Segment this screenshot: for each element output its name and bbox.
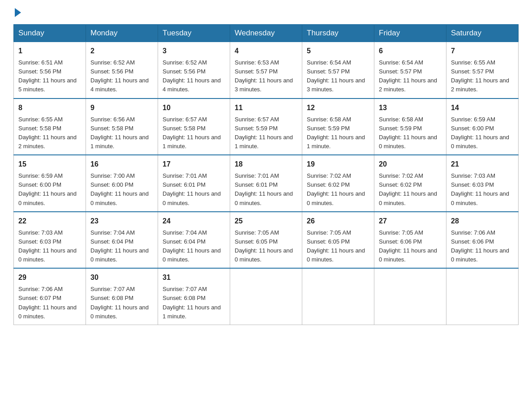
day-info: Sunrise: 7:01 AMSunset: 6:01 PMDaylight:… — [235, 171, 297, 208]
day-info: Sunrise: 6:58 AMSunset: 5:59 PMDaylight:… — [379, 115, 442, 151]
day-info: Sunrise: 7:04 AMSunset: 6:04 PMDaylight:… — [163, 228, 225, 265]
calendar-day-cell — [302, 268, 374, 325]
calendar-day-cell — [230, 268, 302, 325]
day-number: 19 — [307, 159, 369, 170]
calendar-day-cell: 30Sunrise: 7:07 AMSunset: 6:08 PMDayligh… — [86, 268, 158, 325]
day-info: Sunrise: 6:54 AMSunset: 5:57 PMDaylight:… — [307, 58, 369, 94]
calendar-day-cell: 15Sunrise: 6:59 AMSunset: 6:00 PMDayligh… — [14, 155, 86, 212]
calendar-day-cell: 11Sunrise: 6:57 AMSunset: 5:59 PMDayligh… — [230, 98, 302, 155]
day-number: 23 — [90, 216, 153, 227]
calendar-day-cell: 9Sunrise: 6:56 AMSunset: 5:58 PMDaylight… — [86, 98, 158, 155]
day-info: Sunrise: 6:55 AMSunset: 5:57 PMDaylight:… — [451, 58, 514, 94]
day-info: Sunrise: 7:06 AMSunset: 6:07 PMDaylight:… — [18, 285, 81, 321]
day-info: Sunrise: 6:52 AMSunset: 5:56 PMDaylight:… — [163, 58, 225, 94]
day-info: Sunrise: 6:57 AMSunset: 5:59 PMDaylight:… — [235, 115, 297, 151]
day-info: Sunrise: 7:01 AMSunset: 6:01 PMDaylight:… — [163, 171, 225, 208]
calendar-day-cell: 17Sunrise: 7:01 AMSunset: 6:01 PMDayligh… — [158, 155, 230, 212]
day-number: 24 — [163, 216, 225, 227]
calendar-day-cell: 25Sunrise: 7:05 AMSunset: 6:05 PMDayligh… — [230, 212, 302, 269]
calendar-day-cell: 6Sunrise: 6:54 AMSunset: 5:57 PMDaylight… — [374, 42, 446, 98]
logo-arrow-icon — [15, 8, 21, 17]
day-of-week-header: Friday — [374, 25, 446, 42]
day-number: 20 — [379, 159, 442, 170]
calendar-day-cell: 4Sunrise: 6:53 AMSunset: 5:57 PMDaylight… — [230, 42, 302, 98]
day-number: 16 — [90, 159, 153, 170]
calendar-day-cell: 16Sunrise: 7:00 AMSunset: 6:00 PMDayligh… — [86, 155, 158, 212]
calendar-day-cell: 19Sunrise: 7:02 AMSunset: 6:02 PMDayligh… — [302, 155, 374, 212]
day-info: Sunrise: 6:59 AMSunset: 6:00 PMDaylight:… — [451, 115, 514, 151]
day-info: Sunrise: 6:57 AMSunset: 5:58 PMDaylight:… — [163, 115, 225, 151]
calendar-day-cell: 18Sunrise: 7:01 AMSunset: 6:01 PMDayligh… — [230, 155, 302, 212]
day-number: 6 — [379, 46, 442, 56]
day-info: Sunrise: 7:06 AMSunset: 6:06 PMDaylight:… — [451, 228, 514, 265]
day-info: Sunrise: 6:51 AMSunset: 5:56 PMDaylight:… — [18, 58, 81, 94]
day-number: 21 — [451, 159, 514, 170]
day-number: 25 — [235, 216, 297, 227]
calendar-day-cell: 14Sunrise: 6:59 AMSunset: 6:00 PMDayligh… — [446, 98, 519, 155]
day-info: Sunrise: 7:00 AMSunset: 6:00 PMDaylight:… — [90, 171, 153, 208]
day-info: Sunrise: 7:02 AMSunset: 6:02 PMDaylight:… — [379, 171, 442, 208]
day-info: Sunrise: 6:56 AMSunset: 5:58 PMDaylight:… — [90, 115, 153, 151]
day-info: Sunrise: 7:02 AMSunset: 6:02 PMDaylight:… — [307, 171, 369, 208]
logo — [13, 9, 21, 15]
day-number: 13 — [379, 103, 442, 113]
day-info: Sunrise: 7:03 AMSunset: 6:03 PMDaylight:… — [18, 228, 81, 265]
day-number: 30 — [90, 272, 153, 283]
day-number: 31 — [163, 272, 225, 283]
day-info: Sunrise: 7:05 AMSunset: 6:05 PMDaylight:… — [235, 228, 297, 265]
calendar-day-cell: 10Sunrise: 6:57 AMSunset: 5:58 PMDayligh… — [158, 98, 230, 155]
calendar-week-row: 29Sunrise: 7:06 AMSunset: 6:07 PMDayligh… — [14, 268, 519, 325]
day-number: 14 — [451, 103, 514, 113]
day-number: 10 — [163, 103, 225, 113]
day-info: Sunrise: 7:05 AMSunset: 6:05 PMDaylight:… — [307, 228, 369, 265]
calendar-day-cell: 26Sunrise: 7:05 AMSunset: 6:05 PMDayligh… — [302, 212, 374, 269]
calendar-day-cell: 12Sunrise: 6:58 AMSunset: 5:59 PMDayligh… — [302, 98, 374, 155]
calendar-day-cell: 20Sunrise: 7:02 AMSunset: 6:02 PMDayligh… — [374, 155, 446, 212]
day-of-week-header: Sunday — [14, 25, 86, 42]
calendar-week-row: 1Sunrise: 6:51 AMSunset: 5:56 PMDaylight… — [14, 42, 519, 98]
day-of-week-header: Thursday — [302, 25, 374, 42]
calendar-day-cell: 5Sunrise: 6:54 AMSunset: 5:57 PMDaylight… — [302, 42, 374, 98]
day-info: Sunrise: 7:04 AMSunset: 6:04 PMDaylight:… — [90, 228, 153, 265]
calendar-week-row: 22Sunrise: 7:03 AMSunset: 6:03 PMDayligh… — [14, 212, 519, 269]
day-info: Sunrise: 6:52 AMSunset: 5:56 PMDaylight:… — [90, 58, 153, 94]
calendar-day-cell: 3Sunrise: 6:52 AMSunset: 5:56 PMDaylight… — [158, 42, 230, 98]
calendar-table: SundayMondayTuesdayWednesdayThursdayFrid… — [13, 24, 519, 325]
day-number: 11 — [235, 103, 297, 113]
day-info: Sunrise: 6:53 AMSunset: 5:57 PMDaylight:… — [235, 58, 297, 94]
calendar-week-row: 8Sunrise: 6:55 AMSunset: 5:58 PMDaylight… — [14, 98, 519, 155]
calendar-day-cell: 7Sunrise: 6:55 AMSunset: 5:57 PMDaylight… — [446, 42, 519, 98]
calendar-week-row: 15Sunrise: 6:59 AMSunset: 6:00 PMDayligh… — [14, 155, 519, 212]
calendar-day-cell: 27Sunrise: 7:05 AMSunset: 6:06 PMDayligh… — [374, 212, 446, 269]
day-number: 18 — [235, 159, 297, 170]
day-number: 4 — [235, 46, 297, 56]
calendar-day-cell: 8Sunrise: 6:55 AMSunset: 5:58 PMDaylight… — [14, 98, 86, 155]
calendar-day-cell: 13Sunrise: 6:58 AMSunset: 5:59 PMDayligh… — [374, 98, 446, 155]
day-number: 22 — [18, 216, 81, 227]
day-number: 7 — [451, 46, 514, 56]
day-number: 1 — [18, 46, 81, 56]
day-info: Sunrise: 6:54 AMSunset: 5:57 PMDaylight:… — [379, 58, 442, 94]
calendar-day-cell: 22Sunrise: 7:03 AMSunset: 6:03 PMDayligh… — [14, 212, 86, 269]
day-of-week-header: Saturday — [446, 25, 519, 42]
day-info: Sunrise: 7:07 AMSunset: 6:08 PMDaylight:… — [163, 285, 225, 321]
page-header — [13, 9, 519, 15]
day-number: 3 — [163, 46, 225, 56]
day-number: 9 — [90, 103, 153, 113]
day-of-week-header: Monday — [86, 25, 158, 42]
day-number: 27 — [379, 216, 442, 227]
day-of-week-header: Wednesday — [230, 25, 302, 42]
day-number: 26 — [307, 216, 369, 227]
calendar-day-cell: 31Sunrise: 7:07 AMSunset: 6:08 PMDayligh… — [158, 268, 230, 325]
day-info: Sunrise: 7:05 AMSunset: 6:06 PMDaylight:… — [379, 228, 442, 265]
calendar-day-cell: 2Sunrise: 6:52 AMSunset: 5:56 PMDaylight… — [86, 42, 158, 98]
calendar-day-cell: 24Sunrise: 7:04 AMSunset: 6:04 PMDayligh… — [158, 212, 230, 269]
day-number: 17 — [163, 159, 225, 170]
calendar-day-cell: 1Sunrise: 6:51 AMSunset: 5:56 PMDaylight… — [14, 42, 86, 98]
calendar-day-cell: 29Sunrise: 7:06 AMSunset: 6:07 PMDayligh… — [14, 268, 86, 325]
day-number: 5 — [307, 46, 369, 56]
day-info: Sunrise: 6:58 AMSunset: 5:59 PMDaylight:… — [307, 115, 369, 151]
calendar-day-cell: 23Sunrise: 7:04 AMSunset: 6:04 PMDayligh… — [86, 212, 158, 269]
day-number: 2 — [90, 46, 153, 56]
day-info: Sunrise: 6:55 AMSunset: 5:58 PMDaylight:… — [18, 115, 81, 151]
